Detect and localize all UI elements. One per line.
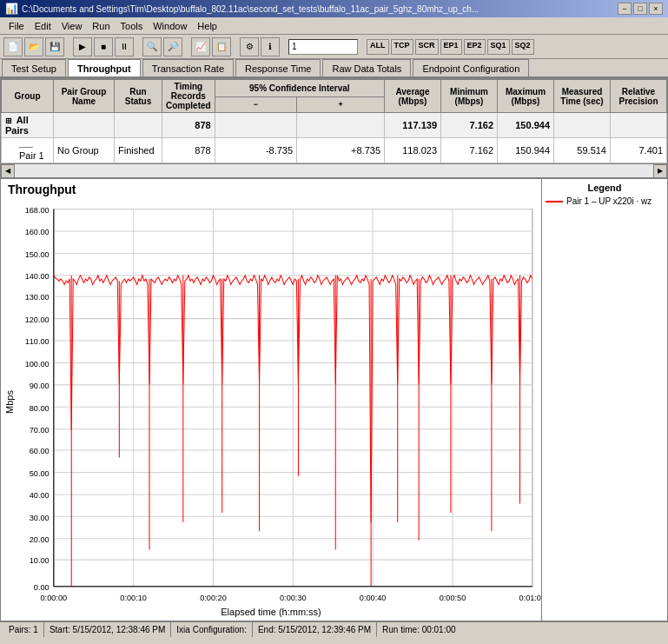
filter-sq2-btn[interactable]: SQ2	[512, 39, 534, 55]
col-header-minimum: Minimum (Mbps)	[441, 80, 498, 113]
cell-pair1-status: Finished	[115, 138, 162, 163]
menu-window[interactable]: Window	[148, 19, 192, 33]
cell-all-pairs-measured-time	[554, 113, 611, 138]
title-bar-left: 📊 C:\Documents and Settings\Tim\Desktop\…	[5, 3, 479, 15]
svg-text:0:00:10: 0:00:10	[120, 594, 147, 602]
cell-all-pairs-average: 117.139	[385, 113, 441, 138]
filter-tcp-btn[interactable]: TCP	[391, 39, 413, 55]
tab-test-setup[interactable]: Test Setup	[2, 59, 66, 76]
filter-sq1-btn[interactable]: SQ1	[487, 39, 510, 55]
table-row-pair1: —— Pair 1 No Group Finished 878 -8.735 +…	[2, 138, 667, 163]
toolbar-save[interactable]: 💾	[45, 37, 64, 56]
h-scroll-track[interactable]	[15, 164, 653, 178]
filter-ep2-btn[interactable]: EP2	[464, 39, 486, 55]
col-header-timing-records: Timing Records Completed	[162, 80, 215, 113]
expand-icon[interactable]: ⊞	[5, 116, 12, 125]
tab-transaction-rate[interactable]: Transaction Rate	[142, 59, 234, 76]
svg-text:150.00: 150.00	[25, 250, 50, 259]
svg-text:90.00: 90.00	[30, 382, 50, 390]
col-header-average: Average (Mbps)	[385, 80, 441, 113]
minimize-button[interactable]: −	[618, 3, 632, 15]
tab-bar: Test Setup Throughput Transaction Rate R…	[0, 59, 668, 78]
h-scroll-left[interactable]: ◀	[1, 164, 15, 178]
tab-raw-data-totals[interactable]: Raw Data Totals	[322, 59, 411, 76]
status-bar: Pairs: 1 Start: 5/15/2012, 12:38:46 PM I…	[0, 621, 668, 637]
toolbar-stop[interactable]: ■	[94, 37, 113, 56]
svg-text:130.00: 130.00	[25, 293, 50, 302]
svg-text:10.00: 10.00	[30, 556, 50, 565]
toolbar-zoom-in[interactable]: 🔍	[142, 37, 162, 56]
toolbar-zoom-out[interactable]: 🔎	[163, 37, 182, 56]
pair-icon: ——	[19, 143, 33, 150]
title-bar-controls: − □ ×	[618, 3, 663, 15]
toolbar-info[interactable]: ℹ	[261, 37, 280, 56]
filter-scr-btn[interactable]: SCR	[415, 39, 439, 55]
status-run-time-text: Run time: 00:01:00	[382, 625, 456, 634]
cell-pair1-measured-time: 59.514	[554, 138, 611, 163]
tab-response-time[interactable]: Response Time	[235, 59, 321, 76]
legend-line-pair1	[546, 201, 563, 202]
toolbar-open[interactable]: 📂	[24, 37, 43, 56]
status-pairs: Pairs: 1	[3, 622, 44, 637]
filter-ep1-btn[interactable]: EP1	[440, 39, 462, 55]
legend-item-pair1: Pair 1 – UP x220i · wz	[546, 196, 664, 206]
legend-label-pair1: Pair 1 – UP x220i · wz	[566, 196, 651, 206]
col-header-pair-group-name: Pair Group Name	[54, 80, 115, 113]
menu-edit[interactable]: Edit	[30, 19, 56, 33]
menu-tools[interactable]: Tools	[116, 19, 149, 33]
col-header-ci-plus: +	[297, 96, 385, 112]
chart-legend: Legend Pair 1 – UP x220i · wz	[541, 179, 667, 621]
cell-all-pairs-maximum: 150.944	[498, 113, 554, 138]
menu-run[interactable]: Run	[87, 19, 115, 33]
svg-text:0.00: 0.00	[34, 583, 50, 592]
chart-plot-area: Mbps	[1, 200, 541, 605]
menu-file[interactable]: File	[3, 19, 30, 33]
table-scroll-container: Group Pair Group Name Run Status Timing …	[1, 79, 667, 177]
cell-pair1-rel-prec: 7.401	[611, 138, 667, 163]
status-start-text: Start: 5/15/2012, 12:38:46 PM	[50, 625, 165, 634]
status-start: Start: 5/15/2012, 12:38:46 PM	[44, 622, 171, 637]
port-count-display: 1	[288, 39, 358, 55]
maximize-button[interactable]: □	[633, 3, 647, 15]
cell-pair1-ci-minus: -8.735	[215, 138, 296, 163]
status-end-text: End: 5/15/2012, 12:39:46 PM	[258, 625, 371, 634]
cell-all-pairs-group: ⊞ All Pairs	[2, 113, 54, 138]
chart-svg: 168.00 160.00 150.00 140.00 130.00 120.0…	[18, 200, 541, 605]
cell-all-pairs-timing: 878	[162, 113, 215, 138]
menu-help[interactable]: Help	[192, 19, 222, 33]
menu-view[interactable]: View	[56, 19, 88, 33]
col-header-ci-minus: −	[215, 96, 296, 112]
chart-title: Throughput	[1, 179, 541, 200]
title-bar: 📊 C:\Documents and Settings\Tim\Desktop\…	[0, 0, 668, 17]
tab-endpoint-configuration[interactable]: Endpoint Configuration	[413, 59, 529, 76]
toolbar-settings[interactable]: ⚙	[240, 37, 259, 56]
svg-text:168.00: 168.00	[25, 206, 50, 215]
svg-text:60.00: 60.00	[30, 447, 50, 455]
cell-all-pairs-status	[115, 113, 162, 138]
col-header-relative-precision: Relative Precision	[611, 80, 667, 113]
toolbar-run[interactable]: ▶	[73, 37, 92, 56]
toolbar-chart[interactable]: 📈	[191, 37, 210, 56]
toolbar: 📄 📂 💾 ▶ ■ ⏸ 🔍 🔎 📈 📋 ⚙ ℹ 1 ALL TCP SCR EP…	[0, 35, 668, 59]
close-button[interactable]: ×	[649, 3, 663, 15]
cell-all-pairs-ci-minus	[215, 113, 296, 138]
filter-all-btn[interactable]: ALL	[367, 39, 389, 55]
chart-container: Throughput Mbps	[0, 178, 668, 621]
h-scroll-right[interactable]: ▶	[653, 164, 667, 178]
svg-text:0:00:00: 0:00:00	[41, 594, 68, 602]
tab-throughput[interactable]: Throughput	[68, 59, 141, 76]
svg-text:80.00: 80.00	[30, 403, 50, 412]
cell-pair1-ci-plus: +8.735	[297, 138, 385, 163]
status-ixia-config: Ixia Configuration:	[171, 622, 253, 637]
toolbar-new[interactable]: 📄	[3, 37, 23, 56]
svg-text:30.00: 30.00	[30, 513, 50, 521]
toolbar-pause[interactable]: ⏸	[115, 37, 134, 56]
data-table-area: Group Pair Group Name Run Status Timing …	[0, 78, 668, 178]
title-text: C:\Documents and Settings\Tim\Desktop\bu…	[22, 4, 479, 14]
svg-text:140.00: 140.00	[25, 272, 50, 281]
toolbar-table[interactable]: 📋	[212, 37, 231, 56]
svg-text:0:00:20: 0:00:20	[200, 594, 227, 602]
status-end: End: 5/15/2012, 12:39:46 PM	[253, 622, 377, 637]
svg-text:100.00: 100.00	[25, 360, 50, 368]
cell-all-pairs-minimum: 7.162	[441, 113, 498, 138]
